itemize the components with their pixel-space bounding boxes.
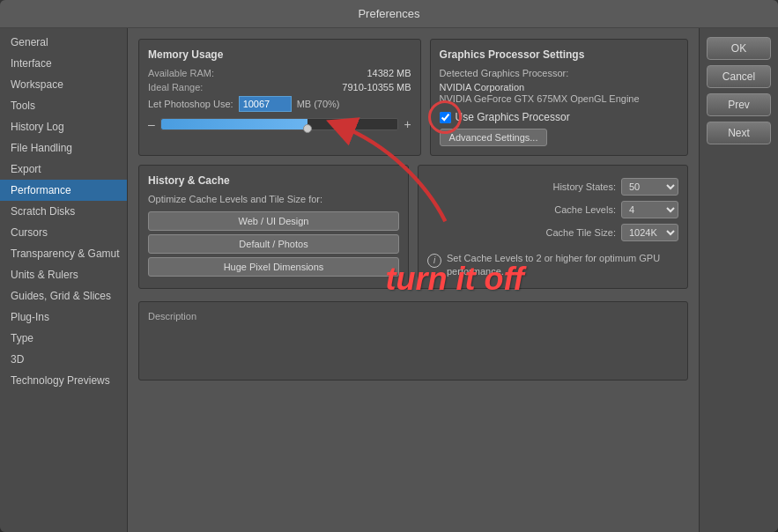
preferences-window: Preferences GeneralInterfaceWorkspaceToo… bbox=[0, 0, 778, 532]
main-panel: Memory Usage Available RAM: 14382 MB Ide… bbox=[128, 28, 699, 532]
ideal-range-value: 7910-10355 MB bbox=[342, 82, 411, 92]
sidebar-item-export[interactable]: Export bbox=[0, 159, 127, 180]
let-photoshop-input[interactable] bbox=[239, 96, 292, 112]
next-button[interactable]: Next bbox=[707, 122, 771, 144]
info-icon: i bbox=[427, 254, 441, 268]
sidebar-item-3d[interactable]: 3D bbox=[0, 349, 127, 370]
top-row: Memory Usage Available RAM: 14382 MB Ide… bbox=[138, 39, 688, 156]
sidebar-item-workspace[interactable]: Workspace bbox=[0, 74, 127, 95]
memory-slider[interactable] bbox=[160, 118, 399, 130]
sidebar: GeneralInterfaceWorkspaceToolsHistory Lo… bbox=[0, 28, 128, 532]
middle-row: History & Cache Optimize Cache Levels an… bbox=[138, 165, 688, 289]
window-title: Preferences bbox=[358, 7, 419, 20]
sidebar-item-cursors[interactable]: Cursors bbox=[0, 222, 127, 243]
sidebar-item-file-handling[interactable]: File Handling bbox=[0, 137, 127, 159]
sidebar-item-plug-ins[interactable]: Plug-Ins bbox=[0, 307, 127, 328]
gpu-info-box: i Set Cache Levels to 2 or higher for op… bbox=[427, 252, 678, 279]
memory-panel: Memory Usage Available RAM: 14382 MB Ide… bbox=[138, 39, 421, 156]
sidebar-item-scratch-disks[interactable]: Scratch Disks bbox=[0, 201, 127, 222]
graphics-title: Graphics Processor Settings bbox=[440, 48, 678, 61]
ok-button[interactable]: OK bbox=[707, 37, 771, 60]
sidebar-item-units-rulers[interactable]: Units & Rulers bbox=[0, 264, 127, 285]
cache-buttons: Web / UI Design Default / Photos Huge Pi… bbox=[148, 211, 399, 277]
slider-fill bbox=[161, 119, 308, 129]
history-states-label: History States: bbox=[552, 181, 616, 192]
gpu-cache-info: Set Cache Levels to 2 or higher for opti… bbox=[447, 252, 678, 279]
detected-label: Detected Graphics Processor: bbox=[440, 68, 678, 78]
sidebar-item-guides-grid-slices[interactable]: Guides, Grid & Slices bbox=[0, 285, 127, 307]
sidebar-item-general[interactable]: General bbox=[0, 32, 127, 53]
content-area: GeneralInterfaceWorkspaceToolsHistory Lo… bbox=[0, 28, 778, 532]
slider-minus: – bbox=[148, 117, 155, 131]
cancel-button[interactable]: Cancel bbox=[707, 65, 771, 88]
description-panel: Description bbox=[138, 301, 688, 381]
cache-tile-size-row: Cache Tile Size: 1024K 512K 2048K bbox=[427, 224, 678, 241]
title-bar: Preferences bbox=[0, 0, 778, 28]
cache-levels-row: Cache Levels: 4 2 8 bbox=[427, 201, 678, 218]
use-gpu-checkbox-wrapper bbox=[440, 112, 451, 123]
stats-section: History States: 50 20 100 Cache Levels: bbox=[427, 174, 678, 279]
history-states-row: History States: 50 20 100 bbox=[427, 178, 678, 196]
sidebar-item-technology-previews[interactable]: Technology Previews bbox=[0, 370, 127, 391]
history-states-select[interactable]: 50 20 100 bbox=[621, 178, 678, 196]
let-photoshop-label: Let Photoshop Use: bbox=[148, 99, 233, 109]
sidebar-item-performance[interactable]: Performance bbox=[0, 180, 127, 201]
slider-row: – + bbox=[148, 117, 411, 131]
let-photoshop-row: Let Photoshop Use: MB (70%) bbox=[148, 96, 411, 112]
gpu-name: NVIDIA Corporation bbox=[440, 82, 678, 92]
history-cache-title: History & Cache bbox=[148, 174, 399, 187]
graphics-panel: Graphics Processor Settings Detected Gra… bbox=[430, 39, 688, 156]
optimize-label: Optimize Cache Levels and Tile Size for: bbox=[148, 194, 399, 204]
use-gpu-checkbox[interactable] bbox=[440, 112, 451, 123]
let-photoshop-unit: MB (70%) bbox=[297, 99, 340, 109]
main-content: Memory Usage Available RAM: 14382 MB Ide… bbox=[128, 28, 699, 532]
use-gpu-row: Use Graphics Processor bbox=[440, 111, 678, 123]
sidebar-item-history-log[interactable]: History Log bbox=[0, 116, 127, 137]
available-ram-label: Available RAM: bbox=[148, 68, 214, 78]
slider-thumb bbox=[303, 124, 312, 133]
ideal-range-label: Ideal Range: bbox=[148, 82, 203, 92]
memory-title: Memory Usage bbox=[148, 48, 411, 61]
cache-tile-size-label: Cache Tile Size: bbox=[546, 227, 616, 238]
advanced-settings-button[interactable]: Advanced Settings... bbox=[440, 129, 548, 146]
cache-stats-panel: History States: 50 20 100 Cache Levels: bbox=[418, 165, 688, 289]
default-photos-button[interactable]: Default / Photos bbox=[148, 234, 399, 254]
web-ui-design-button[interactable]: Web / UI Design bbox=[148, 211, 399, 231]
gpu-model: NVIDIA GeForce GTX 675MX OpenGL Engine bbox=[440, 93, 678, 104]
sidebar-item-interface[interactable]: Interface bbox=[0, 53, 127, 74]
cache-levels-label: Cache Levels: bbox=[554, 204, 616, 215]
description-title: Description bbox=[148, 311, 678, 321]
huge-pixel-button[interactable]: Huge Pixel Dimensions bbox=[148, 257, 399, 277]
cache-tile-size-select[interactable]: 1024K 512K 2048K bbox=[621, 224, 678, 241]
sidebar-item-transparency-gamut[interactable]: Transparency & Gamut bbox=[0, 243, 127, 264]
button-panel: OK Cancel Prev Next bbox=[699, 28, 778, 532]
use-gpu-label: Use Graphics Processor bbox=[456, 111, 570, 123]
cache-levels-select[interactable]: 4 2 8 bbox=[621, 201, 678, 218]
ideal-range-row: Ideal Range: 7910-10355 MB bbox=[148, 82, 411, 92]
available-ram-row: Available RAM: 14382 MB bbox=[148, 68, 411, 78]
sidebar-item-tools[interactable]: Tools bbox=[0, 95, 127, 116]
slider-plus: + bbox=[404, 117, 411, 131]
history-cache-panel: History & Cache Optimize Cache Levels an… bbox=[138, 165, 409, 289]
available-ram-value: 14382 MB bbox=[367, 68, 411, 78]
prev-button[interactable]: Prev bbox=[707, 93, 771, 116]
sidebar-item-type[interactable]: Type bbox=[0, 328, 127, 349]
